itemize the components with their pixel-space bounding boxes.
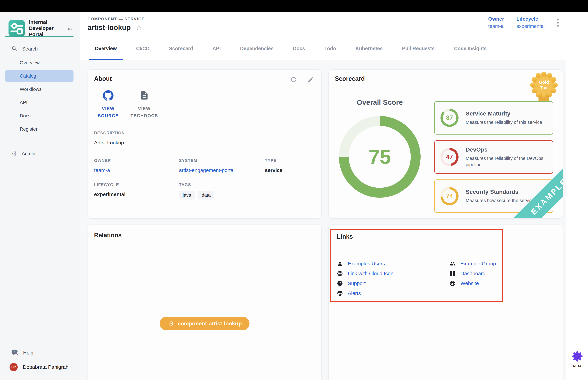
tab-pull-requests[interactable]: Pull Requests bbox=[392, 37, 444, 60]
relation-node-artist-lookup[interactable]: component:artist-lookup bbox=[160, 317, 250, 330]
sidebar-nav: Overview Catalog Workflows API Docs Regi… bbox=[5, 57, 74, 136]
tab-cicd[interactable]: CI/CD bbox=[126, 37, 159, 60]
svg-text:Tier: Tier bbox=[540, 85, 548, 90]
people-icon bbox=[450, 261, 456, 267]
view-source-button[interactable]: VIEW SOURCE bbox=[94, 90, 123, 119]
sidebar-item-docs[interactable]: Docs bbox=[5, 110, 74, 122]
kebab-menu-icon[interactable] bbox=[557, 18, 559, 27]
help-label: Help bbox=[23, 350, 33, 356]
tab-code-insights[interactable]: Code Insights bbox=[444, 37, 496, 60]
search-label: Search bbox=[22, 46, 38, 52]
link-label: Link with Cloud Icon bbox=[348, 271, 393, 276]
app-logo[interactable]: Internal Developer Portal bbox=[8, 19, 72, 38]
type-field-value: service bbox=[265, 167, 283, 173]
link-example-group[interactable]: Example Group bbox=[450, 260, 496, 267]
owner-label: Owner bbox=[488, 16, 504, 22]
relations-card: Relations component:artist-lookup bbox=[88, 225, 322, 380]
sidebar-item-overview[interactable]: Overview bbox=[5, 57, 74, 69]
links-column-1: Examples Users Link with Cloud Icon Supp… bbox=[337, 260, 393, 297]
refresh-icon[interactable] bbox=[290, 76, 297, 83]
edit-icon[interactable] bbox=[307, 76, 314, 83]
user-name: Debabrata Panigrahi bbox=[23, 364, 70, 370]
sidebar-search[interactable]: Search bbox=[11, 46, 38, 52]
sidebar-item-admin[interactable]: ⚙ Admin bbox=[11, 150, 35, 157]
devops-desc: Measures the reliability of the DevOps p… bbox=[466, 155, 546, 168]
security-standards-desc: Measures how secure the service is bbox=[466, 197, 539, 204]
right-gutter: AIDA bbox=[566, 12, 588, 380]
lifecycle-field-value: experimental bbox=[94, 191, 126, 197]
owner-meta: Owner team-a bbox=[488, 16, 504, 29]
app-title: Internal Developer Portal bbox=[29, 19, 64, 38]
aida-flower-icon bbox=[572, 351, 583, 362]
link-alerts[interactable]: Alerts bbox=[337, 290, 393, 297]
scorecard-card: Scorecard bbox=[328, 69, 563, 219]
metric-devops[interactable]: 47 DevOps Measures the reliability of th… bbox=[434, 140, 553, 174]
admin-label: Admin bbox=[22, 151, 35, 156]
owner-value[interactable]: team-a bbox=[488, 23, 504, 29]
tag-chip-data[interactable]: data bbox=[198, 191, 214, 200]
chip-icon bbox=[167, 320, 174, 327]
link-support[interactable]: Support bbox=[337, 280, 393, 287]
gutter-divider bbox=[566, 37, 588, 38]
apps-grid-icon[interactable] bbox=[68, 25, 72, 32]
portal-logo-icon bbox=[8, 20, 25, 37]
owner-field-label: OWNER bbox=[94, 158, 111, 163]
link-examples-users[interactable]: Examples Users bbox=[337, 260, 393, 267]
tab-docs[interactable]: Docs bbox=[283, 37, 315, 60]
security-standards-name: Security Standards bbox=[466, 189, 539, 195]
security-standards-ring: 74 bbox=[440, 187, 458, 205]
entity-header: COMPONENT — SERVICE artist-lookup ☆ Owne… bbox=[80, 12, 566, 37]
service-maturity-desc: Measures the reliability of this service bbox=[466, 119, 542, 125]
tab-overview[interactable]: Overview bbox=[85, 37, 126, 60]
screen: Internal Developer Portal Search Overvie… bbox=[0, 0, 588, 380]
devops-name: DevOps bbox=[466, 146, 546, 153]
svg-text:Gold: Gold bbox=[539, 80, 549, 85]
sidebar-item-register[interactable]: Register bbox=[5, 123, 74, 135]
description-label: DESCRIPTION bbox=[94, 131, 125, 135]
overall-score-gauge: 75 bbox=[339, 116, 421, 198]
link-with-cloud-icon[interactable]: Link with Cloud Icon bbox=[337, 270, 393, 277]
link-dashboard[interactable]: Dashboard bbox=[450, 270, 496, 277]
overall-score-value: 75 bbox=[339, 116, 421, 198]
help-circle-icon bbox=[337, 280, 343, 286]
lifecycle-field-label: LIFECYCLE bbox=[94, 182, 126, 187]
relation-node-label: component:artist-lookup bbox=[178, 321, 242, 327]
dashboard-icon bbox=[450, 270, 456, 277]
metric-service-maturity[interactable]: 87 Service Maturity Measures the reliabi… bbox=[434, 101, 553, 134]
sidebar-item-catalog[interactable]: Catalog bbox=[5, 70, 74, 82]
sidebar-divider bbox=[5, 342, 74, 342]
tab-scorecard[interactable]: Scorecard bbox=[159, 37, 203, 60]
link-website[interactable]: Website bbox=[450, 280, 496, 287]
tab-kubernetes[interactable]: Kubernetes bbox=[346, 37, 392, 60]
globe-icon bbox=[337, 270, 343, 277]
links-column-2: Example Group Dashboard Website bbox=[450, 260, 496, 297]
view-source-label: VIEW SOURCE bbox=[94, 105, 123, 119]
view-techdocs-button[interactable]: VIEW TECHDOCS bbox=[130, 90, 159, 119]
sidebar-item-api[interactable]: API bbox=[5, 97, 74, 109]
service-maturity-value: 87 bbox=[440, 109, 458, 127]
link-label: Example Group bbox=[460, 261, 496, 266]
document-icon bbox=[139, 90, 149, 101]
tab-todo[interactable]: Todo bbox=[315, 37, 346, 60]
page-title: artist-lookup bbox=[87, 23, 131, 32]
devops-ring: 47 bbox=[440, 148, 458, 166]
link-label: Website bbox=[460, 281, 479, 286]
about-card: About VIEW SOURCE VIEW TECHDOCS DESCRIPT… bbox=[88, 69, 322, 219]
tag-chip-java[interactable]: java bbox=[179, 191, 195, 200]
svg-text:?: ? bbox=[13, 350, 15, 354]
link-label: Examples Users bbox=[348, 261, 385, 266]
link-label: Alerts bbox=[348, 290, 361, 296]
sidebar-item-workflows[interactable]: Workflows bbox=[5, 83, 74, 95]
owner-field-value[interactable]: team-a bbox=[94, 167, 111, 173]
star-icon[interactable]: ☆ bbox=[135, 24, 142, 31]
system-field-value[interactable]: artist-engagement-portal bbox=[179, 167, 235, 173]
type-field-label: TYPE bbox=[265, 158, 283, 163]
aida-widget[interactable]: AIDA bbox=[566, 351, 588, 368]
breadcrumb: COMPONENT — SERVICE bbox=[87, 17, 145, 21]
lifecycle-meta: Lifecycle experimental bbox=[516, 16, 545, 29]
sidebar-item-help[interactable]: ? Help bbox=[11, 349, 33, 356]
tab-api[interactable]: API bbox=[203, 37, 230, 60]
user-profile[interactable]: DP Debabrata Panigrahi bbox=[10, 363, 70, 371]
lifecycle-label: Lifecycle bbox=[516, 16, 545, 22]
tab-dependencies[interactable]: Dependencies bbox=[230, 37, 283, 60]
